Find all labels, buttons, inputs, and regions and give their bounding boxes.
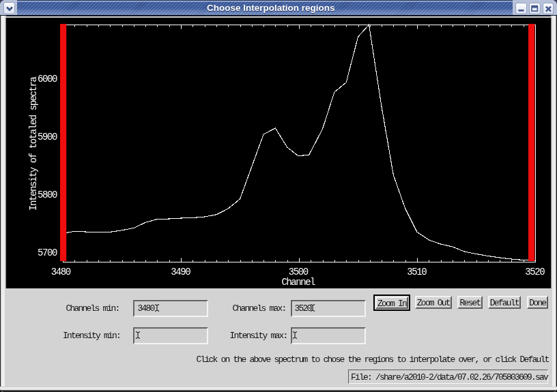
svg-text:5800: 5800 (38, 190, 57, 200)
svg-text:3480: 3480 (51, 267, 71, 277)
svg-text:3520: 3520 (525, 267, 545, 277)
svg-text:3490: 3490 (171, 267, 190, 277)
svg-text:Channel: Channel (282, 277, 316, 288)
svg-text:5900: 5900 (38, 132, 57, 142)
svg-text:6000: 6000 (38, 74, 57, 85)
svg-text:3510: 3510 (407, 267, 427, 277)
svg-text:Intensity of totaled spectra: Intensity of totaled spectra (28, 76, 39, 211)
svg-text:5700: 5700 (38, 247, 57, 258)
svg-text:3500: 3500 (289, 267, 309, 277)
